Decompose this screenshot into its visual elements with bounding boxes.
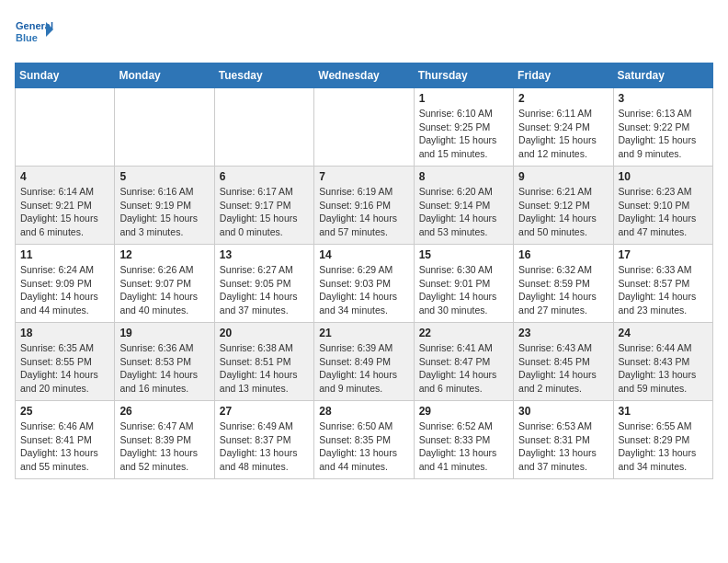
header-thursday: Thursday [414, 63, 513, 88]
logo-svg: General Blue [15, 15, 53, 53]
day-number: 17 [619, 248, 708, 261]
logo: General Blue [15, 15, 53, 53]
calendar-cell: 22Sunrise: 6:41 AM Sunset: 8:47 PM Dayli… [414, 323, 513, 401]
cell-info: Sunrise: 6:11 AM Sunset: 9:24 PM Dayligh… [518, 107, 608, 161]
calendar-cell [314, 88, 414, 167]
day-number: 14 [319, 248, 408, 261]
day-number: 13 [220, 248, 309, 261]
day-number: 6 [220, 170, 309, 183]
cell-info: Sunrise: 6:53 AM Sunset: 8:31 PM Dayligh… [518, 419, 608, 474]
cell-info: Sunrise: 6:23 AM Sunset: 9:10 PM Dayligh… [619, 185, 708, 239]
calendar-cell [214, 88, 313, 167]
calendar-week-row: 11Sunrise: 6:24 AM Sunset: 9:09 PM Dayli… [16, 245, 713, 323]
calendar-cell: 27Sunrise: 6:49 AM Sunset: 8:37 PM Dayli… [214, 401, 313, 479]
calendar-cell: 15Sunrise: 6:30 AM Sunset: 9:01 PM Dayli… [414, 245, 513, 323]
calendar-cell: 19Sunrise: 6:36 AM Sunset: 8:53 PM Dayli… [115, 323, 214, 401]
day-number: 22 [419, 327, 508, 339]
calendar-cell: 28Sunrise: 6:50 AM Sunset: 8:35 PM Dayli… [314, 401, 414, 479]
cell-info: Sunrise: 6:27 AM Sunset: 9:05 PM Dayligh… [220, 263, 309, 317]
cell-info: Sunrise: 6:35 AM Sunset: 8:55 PM Dayligh… [20, 341, 109, 396]
calendar-cell: 17Sunrise: 6:33 AM Sunset: 8:57 PM Dayli… [613, 245, 712, 323]
calendar-cell: 30Sunrise: 6:53 AM Sunset: 8:31 PM Dayli… [514, 401, 613, 479]
calendar-cell: 2Sunrise: 6:11 AM Sunset: 9:24 PM Daylig… [514, 88, 613, 167]
calendar-cell: 29Sunrise: 6:52 AM Sunset: 8:33 PM Dayli… [414, 401, 513, 479]
cell-info: Sunrise: 6:17 AM Sunset: 9:17 PM Dayligh… [220, 185, 309, 239]
calendar-cell: 25Sunrise: 6:46 AM Sunset: 8:41 PM Dayli… [16, 401, 115, 479]
calendar-cell: 16Sunrise: 6:32 AM Sunset: 8:59 PM Dayli… [514, 245, 613, 323]
calendar-cell: 23Sunrise: 6:43 AM Sunset: 8:45 PM Dayli… [514, 323, 613, 401]
cell-info: Sunrise: 6:36 AM Sunset: 8:53 PM Dayligh… [119, 341, 209, 396]
header-sunday: Sunday [16, 63, 115, 88]
calendar-cell: 8Sunrise: 6:20 AM Sunset: 9:14 PM Daylig… [414, 167, 513, 245]
day-number: 26 [119, 405, 209, 418]
cell-info: Sunrise: 6:38 AM Sunset: 8:51 PM Dayligh… [220, 341, 309, 396]
day-number: 18 [20, 327, 109, 339]
day-number: 27 [220, 405, 309, 418]
cell-info: Sunrise: 6:41 AM Sunset: 8:47 PM Dayligh… [419, 341, 508, 396]
day-number: 31 [619, 405, 708, 418]
calendar-cell: 24Sunrise: 6:44 AM Sunset: 8:43 PM Dayli… [613, 323, 712, 401]
cell-info: Sunrise: 6:33 AM Sunset: 8:57 PM Dayligh… [619, 263, 708, 317]
calendar-cell: 14Sunrise: 6:29 AM Sunset: 9:03 PM Dayli… [314, 245, 414, 323]
cell-info: Sunrise: 6:14 AM Sunset: 9:21 PM Dayligh… [20, 185, 109, 239]
calendar-header-row: SundayMondayTuesdayWednesdayThursdayFrid… [16, 63, 713, 88]
cell-info: Sunrise: 6:47 AM Sunset: 8:39 PM Dayligh… [119, 419, 209, 474]
svg-text:Blue: Blue [16, 32, 38, 43]
day-number: 16 [518, 248, 608, 261]
day-number: 4 [20, 170, 109, 183]
page-header: General Blue [15, 15, 713, 53]
calendar-cell: 9Sunrise: 6:21 AM Sunset: 9:12 PM Daylig… [514, 167, 613, 245]
day-number: 7 [319, 170, 408, 183]
day-number: 23 [518, 327, 608, 339]
cell-info: Sunrise: 6:39 AM Sunset: 8:49 PM Dayligh… [319, 341, 408, 396]
cell-info: Sunrise: 6:44 AM Sunset: 8:43 PM Dayligh… [619, 341, 708, 396]
calendar-cell: 10Sunrise: 6:23 AM Sunset: 9:10 PM Dayli… [613, 167, 712, 245]
calendar-cell [16, 88, 115, 167]
day-number: 15 [419, 248, 508, 261]
calendar-cell: 1Sunrise: 6:10 AM Sunset: 9:25 PM Daylig… [414, 88, 513, 167]
cell-info: Sunrise: 6:13 AM Sunset: 9:22 PM Dayligh… [619, 107, 708, 161]
calendar-cell: 4Sunrise: 6:14 AM Sunset: 9:21 PM Daylig… [16, 167, 115, 245]
day-number: 8 [419, 170, 508, 183]
day-number: 28 [319, 405, 408, 418]
header-monday: Monday [115, 63, 214, 88]
day-number: 2 [518, 92, 608, 105]
cell-info: Sunrise: 6:32 AM Sunset: 8:59 PM Dayligh… [518, 263, 608, 317]
calendar-cell: 13Sunrise: 6:27 AM Sunset: 9:05 PM Dayli… [214, 245, 313, 323]
day-number: 12 [119, 248, 209, 261]
day-number: 21 [319, 327, 408, 339]
calendar-cell: 5Sunrise: 6:16 AM Sunset: 9:19 PM Daylig… [115, 167, 214, 245]
header-tuesday: Tuesday [214, 63, 313, 88]
cell-info: Sunrise: 6:10 AM Sunset: 9:25 PM Dayligh… [419, 107, 508, 161]
cell-info: Sunrise: 6:55 AM Sunset: 8:29 PM Dayligh… [619, 419, 708, 474]
cell-info: Sunrise: 6:21 AM Sunset: 9:12 PM Dayligh… [518, 185, 608, 239]
header-wednesday: Wednesday [314, 63, 414, 88]
calendar-week-row: 4Sunrise: 6:14 AM Sunset: 9:21 PM Daylig… [16, 167, 713, 245]
calendar-cell: 12Sunrise: 6:26 AM Sunset: 9:07 PM Dayli… [115, 245, 214, 323]
cell-info: Sunrise: 6:16 AM Sunset: 9:19 PM Dayligh… [119, 185, 209, 239]
calendar-cell: 18Sunrise: 6:35 AM Sunset: 8:55 PM Dayli… [16, 323, 115, 401]
cell-info: Sunrise: 6:46 AM Sunset: 8:41 PM Dayligh… [20, 419, 109, 474]
calendar-week-row: 1Sunrise: 6:10 AM Sunset: 9:25 PM Daylig… [16, 88, 713, 167]
calendar-week-row: 18Sunrise: 6:35 AM Sunset: 8:55 PM Dayli… [16, 323, 713, 401]
day-number: 20 [220, 327, 309, 339]
cell-info: Sunrise: 6:43 AM Sunset: 8:45 PM Dayligh… [518, 341, 608, 396]
cell-info: Sunrise: 6:52 AM Sunset: 8:33 PM Dayligh… [419, 419, 508, 474]
day-number: 1 [419, 92, 508, 105]
calendar-cell: 3Sunrise: 6:13 AM Sunset: 9:22 PM Daylig… [613, 88, 712, 167]
calendar-cell: 31Sunrise: 6:55 AM Sunset: 8:29 PM Dayli… [613, 401, 712, 479]
calendar-cell: 11Sunrise: 6:24 AM Sunset: 9:09 PM Dayli… [16, 245, 115, 323]
calendar-table: SundayMondayTuesdayWednesdayThursdayFrid… [15, 63, 713, 479]
day-number: 25 [20, 405, 109, 418]
cell-info: Sunrise: 6:26 AM Sunset: 9:07 PM Dayligh… [119, 263, 209, 317]
cell-info: Sunrise: 6:49 AM Sunset: 8:37 PM Dayligh… [220, 419, 309, 474]
day-number: 3 [619, 92, 708, 105]
day-number: 30 [518, 405, 608, 418]
cell-info: Sunrise: 6:29 AM Sunset: 9:03 PM Dayligh… [319, 263, 408, 317]
calendar-cell [115, 88, 214, 167]
header-saturday: Saturday [613, 63, 712, 88]
cell-info: Sunrise: 6:50 AM Sunset: 8:35 PM Dayligh… [319, 419, 408, 474]
cell-info: Sunrise: 6:24 AM Sunset: 9:09 PM Dayligh… [20, 263, 109, 317]
day-number: 5 [119, 170, 209, 183]
calendar-week-row: 25Sunrise: 6:46 AM Sunset: 8:41 PM Dayli… [16, 401, 713, 479]
